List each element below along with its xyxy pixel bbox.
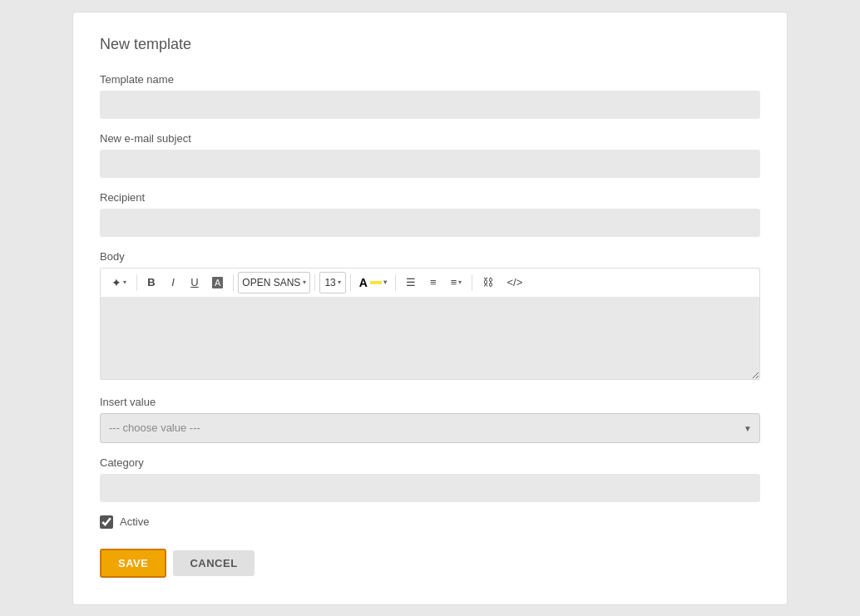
separator-6 [472,274,472,291]
italic-button[interactable]: I [163,272,183,293]
save-button[interactable]: SAVE [100,549,166,578]
font-size-select[interactable]: 13 ▾ [319,272,345,293]
align-chevron-icon: ▾ [458,278,462,286]
dropcap-button[interactable]: A [206,272,229,293]
separator-4 [350,274,351,291]
color-letter-icon: A [359,276,368,289]
color-chevron-icon: ▾ [383,278,387,286]
active-checkbox[interactable] [100,515,113,529]
template-name-input[interactable] [100,91,760,119]
recipient-label: Recipient [100,191,760,204]
magic-wand-button[interactable]: ✦ ▾ [106,272,132,293]
separator-5 [395,274,396,291]
color-indicator [370,281,382,284]
insert-value-wrapper: --- choose value --- [100,413,760,443]
body-editor[interactable] [100,297,760,380]
link-icon: ⛓ [482,276,493,288]
body-label: Body [100,250,760,263]
email-subject-label: New e-mail subject [100,132,760,145]
email-subject-input[interactable] [100,150,760,178]
unordered-list-button[interactable]: ☰ [400,272,422,293]
insert-value-select[interactable]: --- choose value --- [100,413,760,443]
editor-toolbar: ✦ ▾ B I U A OPEN SANS ▾ 13 ▾ [100,268,760,297]
underline-button[interactable]: U [185,272,205,293]
body-group: Body ✦ ▾ B I U A OPEN SANS ▾ [100,250,760,382]
link-button[interactable]: ⛓ [477,272,499,293]
insert-value-label: Insert value [100,396,760,408]
font-family-select[interactable]: OPEN SANS ▾ [238,272,310,293]
category-input[interactable] [100,474,760,502]
active-group: Active [100,515,760,529]
font-family-chevron-icon: ▾ [303,278,306,286]
email-subject-group: New e-mail subject [100,132,760,178]
separator-3 [314,274,315,291]
align-icon: ≡ [451,276,457,288]
recipient-input[interactable] [100,209,760,237]
insert-value-group: Insert value --- choose value --- [100,396,760,443]
magic-wand-icon: ✦ [111,276,121,289]
category-group: Category [100,456,760,502]
recipient-group: Recipient [100,191,760,237]
dropcap-icon: A [212,277,223,288]
button-row: SAVE CANCEL [100,549,760,578]
template-name-group: Template name [100,73,760,119]
dialog-title: New template [100,36,760,53]
bold-button[interactable]: B [141,272,161,293]
align-button[interactable]: ≡ ▾ [445,272,468,293]
font-family-value: OPEN SANS [242,277,300,288]
text-color-button[interactable]: A ▾ [355,272,391,293]
separator-2 [233,274,234,291]
magic-chevron-icon: ▾ [123,278,126,286]
separator-1 [136,274,137,291]
category-label: Category [100,456,760,469]
code-icon: </> [507,276,522,288]
font-size-chevron-icon: ▾ [338,278,341,286]
ordered-list-button[interactable]: ≡ [423,272,443,293]
new-template-dialog: New template Template name New e-mail su… [72,12,788,605]
font-size-value: 13 [324,277,335,288]
code-button[interactable]: </> [501,272,528,293]
cancel-button[interactable]: CANCEL [173,550,254,576]
active-label[interactable]: Active [120,515,149,528]
template-name-label: Template name [100,73,760,86]
ul-icon: ☰ [406,276,416,288]
ol-icon: ≡ [430,276,437,288]
